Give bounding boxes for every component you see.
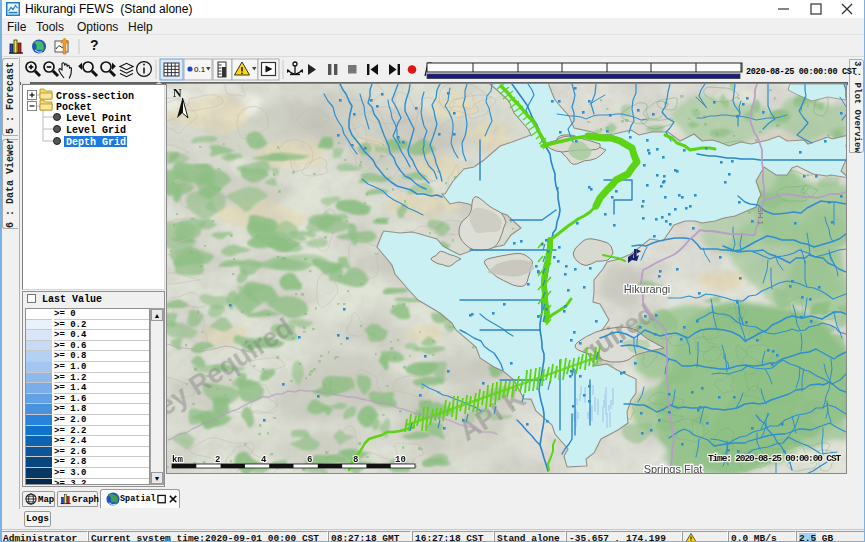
svg-text:10: 10	[395, 455, 406, 465]
svg-text:Hikurangi: Hikurangi	[624, 283, 670, 295]
svg-text:Depth Grid: Depth Grid	[66, 137, 126, 148]
svg-text:0.1: 0.1	[194, 65, 206, 74]
svg-text:2: 2	[215, 455, 220, 465]
svg-text:N: N	[173, 86, 182, 100]
svg-text:Level Point: Level Point	[66, 113, 132, 124]
svg-text:Level Grid: Level Grid	[66, 125, 126, 136]
svg-text:Springs Flat: Springs Flat	[644, 463, 703, 473]
svg-text:Cross-section: Cross-section	[56, 91, 134, 102]
svg-text:SH 1: SH 1	[756, 207, 765, 225]
svg-text:4: 4	[261, 455, 267, 465]
svg-text:Pocket: Pocket	[56, 102, 92, 113]
svg-text:km: km	[172, 455, 183, 465]
svg-text:Time: 2020-08-25 00:00:00 CST: Time: 2020-08-25 00:00:00 CST	[708, 453, 841, 464]
svg-text:6: 6	[307, 455, 312, 465]
svg-text:8: 8	[353, 455, 358, 465]
